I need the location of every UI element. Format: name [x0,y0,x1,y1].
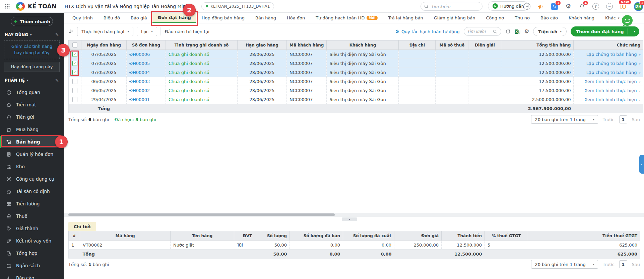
tab-detail[interactable]: Chi tiết [68,222,96,231]
order-number-link[interactable]: ĐH00006 [129,52,150,57]
page-size-select[interactable]: 20 bản ghi trên 1 trang ▾ [531,115,598,124]
current-page-box[interactable]: 1 [619,115,627,123]
sidebar-item-ban-hang[interactable]: Bán hàng [0,136,64,148]
sidebar-item-tong-hop[interactable]: Tổng hợp [0,247,64,260]
settings-button[interactable]: ⚙ [565,3,572,10]
sidebar-item-cong-cu-dung-cu[interactable]: Công cụ dụng cụ [0,173,64,185]
batch-actions-button[interactable]: Thực hiện hàng loạt ▾ [77,27,133,36]
order-number-link[interactable]: ĐH00005 [129,61,150,66]
notifications-button[interactable]: 4 [578,3,586,10]
right-panel-collapse-handle[interactable]: ‹ [639,155,644,174]
detail-page-size-select[interactable]: 20 bản ghi trên 1 trang ▾ [531,260,598,269]
database-selector[interactable]: KETOAN_2025_TT133_DVHA1 [201,2,274,10]
order-number-link[interactable]: ĐH00004 [129,70,150,75]
horizontal-scrollbar[interactable] [64,213,644,217]
download-button[interactable] [523,3,531,10]
tab-tu-dong-hach-toan-hd[interactable]: Tự động hạch toán HĐMới [310,13,383,23]
order-row[interactable]: ✓07/05/2025ĐH00005Chưa ghi doanh số28/06… [69,59,643,68]
tab-don-dat-hang[interactable]: Đơn đặt hàng [152,13,196,23]
more-options-button[interactable]: ⋯ [606,3,613,10]
global-search-input[interactable] [431,4,471,9]
row-action-link[interactable]: Lập chứng từ bán hàng [586,70,637,75]
posting-rules-link[interactable]: ⚙ Quy tắc hạch toán tự động [395,29,459,34]
order-number-link[interactable]: ĐH00001 [129,97,150,102]
horizontal-scrollbar-thumb[interactable] [68,213,335,216]
global-search[interactable] [421,2,482,11]
tab-tra-lai-hang-ban[interactable]: Trả lại hàng bán [383,13,429,23]
grid-search-input[interactable] [467,29,491,34]
sidebar-item-ngan-sach[interactable]: Ngân sách [0,260,64,272]
tab-quy-trinh[interactable]: Quy trình [67,13,98,23]
order-row[interactable]: ✓07/05/2025ĐH00006Chưa ghi doanh số28/06… [69,50,643,59]
select-all-checkbox[interactable] [72,42,77,48]
company-selector[interactable]: HTX Dịch vụ vận tải và Nông nghiệp Tân H… [65,4,195,9]
sidebar-item-tong-quan[interactable]: Tổng quan [0,86,64,99]
sidebar-item-thue[interactable]: Thuế [0,210,64,222]
filter-button[interactable]: Lọc ▾ [137,27,157,36]
detail-next-page-button[interactable]: Sau [632,262,640,267]
order-row[interactable]: 06/05/2025ĐH00002Chưa ghi doanh số28/06/… [69,86,643,95]
edit-pencil-icon[interactable]: ✎ [55,32,59,37]
row-checkbox[interactable] [72,97,77,102]
tab-thu-no[interactable]: Thu nợ [509,13,535,23]
sidebar-item-tien-gui[interactable]: Tiền gửi [0,111,64,123]
help-button[interactable]: ? [592,3,599,10]
utilities-button[interactable]: Tiện ích ▾ [533,27,567,36]
row-action-link[interactable]: Lập chứng từ bán hàng [586,52,637,57]
whats-new-button[interactable]: New [620,3,627,10]
modules-section-header[interactable]: PHẦN HỆ ▾ ✎ [0,78,64,83]
sidebar-item-quan-ly-hoa-don[interactable]: Quản lý hóa đơn [0,148,64,161]
prev-page-button[interactable]: Trước [603,117,615,122]
tab-bao-cao[interactable]: Báo cáo [535,13,563,23]
favorites-section-header[interactable]: HAY DÙNG ▾ ✎ [0,32,64,37]
edit-pencil-icon[interactable]: ✎ [55,78,59,83]
tab-hop-dong-ban-hang[interactable]: Hợp đồng bán hàng [196,13,250,23]
sidebar-item-bao-cao[interactable]: Báo cáo [0,272,64,279]
row-checkbox[interactable]: ✓ [72,61,77,66]
sidebar-item-tien-luong[interactable]: Tiền lương [0,198,64,210]
tab-khach-hang[interactable]: Khách hàng [563,13,600,23]
user-menu[interactable]: DH 1 [633,3,643,10]
sidebar-item-tien-mat[interactable]: Tiền mặt [0,99,64,111]
quick-add-button[interactable]: + Thêm nhanh [11,17,53,26]
grid-settings-icon[interactable]: ⚙ [524,29,529,34]
row-checkbox[interactable]: ✓ [72,52,77,57]
add-order-button[interactable]: Thêm đơn đặt hàng ▾ [571,26,639,36]
batch-sort-icon[interactable] [68,29,74,34]
period-filter-label[interactable]: Đầu năm tới hiện tại [160,27,209,35]
tab-hoa-don[interactable]: Hóa đơn [281,13,310,23]
splitter-collapse-button[interactable]: ▾ [342,217,357,221]
order-number-link[interactable]: ĐH00003 [129,79,150,84]
order-row[interactable]: 06/05/2025ĐH00003Chưa ghi doanh số28/06/… [69,77,643,86]
tab-bieu-do[interactable]: Biểu đồ [98,13,125,23]
order-row[interactable]: 29/04/2025ĐH00001Chưa ghi doanh số28/06/… [69,95,643,104]
chevron-down-icon[interactable]: ▾ [631,30,638,33]
pin-features-hint[interactable]: Ghim các tính năng hay dùng tại đây [4,40,60,59]
tab-giam-gia-hang-ban[interactable]: Giảm giá hàng bán [429,13,481,23]
detail-row[interactable]: 1VT00002Nước giặtTúi50,000,000,00250.000… [69,241,640,250]
sidebar-item-ket-noi-vay-von[interactable]: Kết nối vay vốn [0,235,64,247]
order-number-link[interactable]: ĐH00002 [129,88,150,93]
grid-search[interactable] [464,27,501,36]
row-checkbox[interactable]: ✓ [72,70,77,75]
row-checkbox[interactable] [72,88,77,93]
row-action-link[interactable]: Xem tình hình thực hiện [585,88,637,93]
row-action-link[interactable]: Xem tình hình thực hiện [585,97,637,102]
sidebar-item-kho[interactable]: Kho [0,161,64,173]
sidebar-item-gia-thanh[interactable]: Giá thành [0,222,64,235]
announcement-icon[interactable] [537,3,544,10]
row-action-link[interactable]: Lập chứng từ bán hàng [586,61,637,66]
support-chat-bubble[interactable] [621,14,634,27]
sidebar-item-tai-san-co-dinh[interactable]: Tài sản cố định [0,185,64,198]
row-action-link[interactable]: Xem tình hình thực hiện [585,79,637,84]
store-cart-button[interactable]: 1 [551,3,558,10]
sidebar-item-mua-hang[interactable]: Mua hàng [0,123,64,136]
order-row[interactable]: ✓07/05/2025ĐH00004Chưa ghi doanh số28/06… [69,68,643,77]
tab-bao-gia[interactable]: Báo giá [125,13,152,23]
tab-cong-no[interactable]: Công nợ [480,13,509,23]
guide-button[interactable]: Hướng dẫn [488,1,529,11]
detail-prev-page-button[interactable]: Trước [603,262,615,267]
row-checkbox[interactable] [72,79,77,84]
export-excel-icon[interactable]: X [515,29,520,34]
next-page-button[interactable]: Sau [632,117,640,122]
